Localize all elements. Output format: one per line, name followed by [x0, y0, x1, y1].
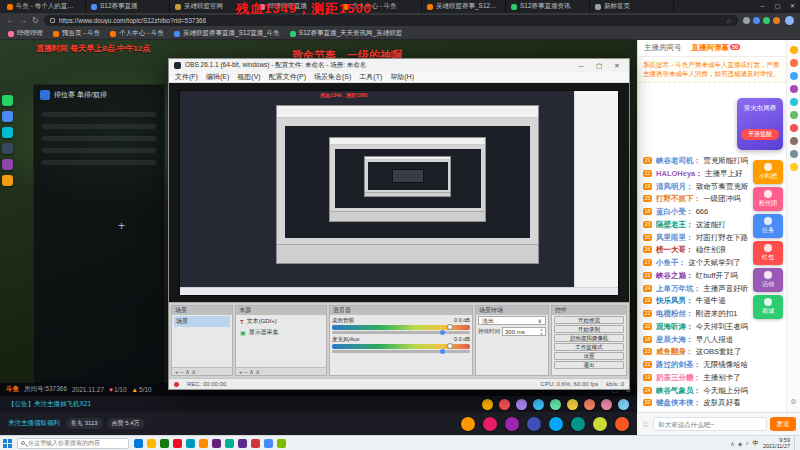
chat-username[interactable]: 电棍粉丝	[656, 309, 694, 318]
chat-username[interactable]: 咸鱼翻身	[656, 347, 694, 356]
obs-menu-item[interactable]: 帮助(H)	[390, 72, 414, 82]
taskbar-app-icon[interactable]	[199, 439, 208, 448]
chat-username[interactable]: 清风明月	[656, 182, 694, 191]
tray-icon[interactable]: ♪	[745, 440, 748, 447]
bookmark-item[interactable]: 预告页 - 斗鱼	[53, 29, 100, 38]
address-bar[interactable]: https://www.douyu.com/topic/S12zhibo?rid…	[44, 15, 738, 26]
obs-preview-canvas[interactable]: 残血1349，测距1500	[169, 83, 629, 302]
rail-icon[interactable]	[790, 46, 798, 54]
chat-username[interactable]: 星辰大海	[656, 335, 694, 344]
obs-control-button[interactable]: 设置	[554, 352, 624, 360]
activity-card[interactable]: 粉丝团	[753, 187, 783, 211]
chat-username[interactable]: 隔壁老王	[656, 220, 694, 229]
rail-icon[interactable]	[790, 163, 798, 171]
gift-icon[interactable]	[505, 417, 519, 431]
chat-username[interactable]: 奶茶三分糖	[656, 373, 701, 382]
gift-icon[interactable]	[499, 399, 510, 410]
dock-app-icon[interactable]	[2, 175, 13, 186]
chat-input[interactable]	[653, 417, 767, 431]
gift-icon[interactable]	[593, 417, 607, 431]
tray-icon[interactable]: ∧	[730, 440, 734, 447]
minimize-icon[interactable]: ─	[755, 0, 770, 13]
chat-username[interactable]: 观海听涛	[656, 322, 694, 331]
chat-username[interactable]: 打野不抓下	[656, 194, 701, 203]
transition-select[interactable]: 淡出 ∨	[478, 316, 546, 325]
profile-avatar[interactable]	[785, 16, 794, 25]
source-list-item[interactable]: T 文本(GDI+)	[238, 316, 324, 327]
taskbar-app-icon[interactable]	[251, 439, 260, 448]
obs-menu-item[interactable]: 编辑(E)	[206, 72, 229, 82]
start-button[interactable]	[3, 439, 12, 448]
volume-slider[interactable]	[332, 331, 470, 334]
duration-spinner[interactable]: 300 ms ∧∨	[502, 327, 546, 336]
close-icon[interactable]: ✕	[785, 0, 800, 13]
dock-app-icon[interactable]	[2, 127, 13, 138]
gift-icon[interactable]	[567, 399, 578, 410]
browser-tab[interactable]: 新标签页	[590, 0, 674, 13]
chat-username[interactable]: 小鱼干	[656, 258, 686, 267]
obs-control-button[interactable]: 开始推流	[554, 316, 624, 324]
chat-username[interactable]: 榜一大哥	[656, 245, 694, 254]
chat-username[interactable]: 上单万年坑	[656, 284, 701, 293]
rail-icon[interactable]	[790, 85, 798, 93]
tab-room-number[interactable]: 主播房间号	[644, 43, 682, 53]
rail-icon[interactable]	[790, 59, 798, 67]
browser-tab[interactable]: S12赛事直播资讯	[506, 0, 590, 13]
taskbar-app-icon[interactable]	[134, 439, 143, 448]
taskbar-app-icon[interactable]	[173, 439, 182, 448]
dock-app-icon[interactable]	[2, 111, 13, 122]
gift-icon[interactable]	[461, 417, 475, 431]
browser-tab[interactable]: S12赛事直播	[86, 0, 170, 13]
obs-maximize-icon[interactable]: ▢	[592, 62, 606, 70]
slider-knob[interactable]	[440, 349, 445, 354]
obs-menu-item[interactable]: 视图(V)	[237, 72, 260, 82]
obs-window[interactable]: OBS 26.1.1 (64-bit, windows) - 配置文件: 未命名…	[168, 58, 630, 390]
slider-knob[interactable]	[440, 330, 445, 335]
gift-icon[interactable]	[549, 417, 563, 431]
chat-username[interactable]: 蓝白小受	[656, 207, 694, 216]
activity-card[interactable]: 商城	[753, 295, 783, 319]
tray-icon[interactable]: ◈	[738, 440, 743, 447]
taskbar-clock[interactable]: 9:59 2021/11/27	[763, 437, 790, 450]
bookmark-item[interactable]: S12赛事直播_天天资讯网_英雄联盟	[290, 29, 402, 38]
meter-knob[interactable]	[447, 343, 453, 349]
bookmark-item[interactable]: 英雄联盟赛事直播_S12直播_斗鱼	[174, 29, 280, 38]
gift-icon[interactable]	[483, 417, 497, 431]
obs-close-icon[interactable]: ✕	[610, 62, 624, 70]
extension-icon[interactable]	[763, 17, 770, 24]
taskbar-app-icon[interactable]	[277, 439, 286, 448]
chat-username[interactable]: 键盘侠本侠	[656, 398, 701, 407]
reload-icon[interactable]: ↻	[32, 17, 39, 25]
dock-app-icon[interactable]	[2, 159, 13, 170]
rail-icon[interactable]	[790, 98, 798, 106]
bookmark-star-icon[interactable]: ☆	[726, 17, 732, 25]
gift-icon[interactable]	[482, 399, 493, 410]
taskbar-app-icon[interactable]	[160, 439, 169, 448]
chat-username[interactable]: 峡谷气象员	[656, 386, 701, 395]
sources-toolbar[interactable]: + − ∧ ∨	[236, 367, 326, 375]
browser-tab[interactable]: 斗鱼 - 每个人的直播平台	[2, 0, 86, 13]
obs-control-button[interactable]: 启动虚拟摄像机	[554, 334, 624, 342]
obs-control-button[interactable]: 工作室模式	[554, 343, 624, 351]
taskbar-app-icon[interactable]	[238, 439, 247, 448]
send-button[interactable]: 发送	[770, 417, 796, 431]
event-promo-card[interactable]: 萤火虫周赛 开播提醒	[737, 98, 783, 150]
meter-knob[interactable]	[447, 324, 453, 330]
obs-control-button[interactable]: 开始录制	[554, 325, 624, 333]
rail-icon[interactable]	[790, 124, 798, 132]
gift-icon[interactable]	[527, 417, 541, 431]
forward-icon[interactable]: →	[19, 17, 27, 25]
browser-tab[interactable]: 英雄联盟赛事_S12直播_斗鱼	[422, 0, 506, 13]
obs-minimize-icon[interactable]: ─	[574, 62, 588, 69]
spin-down-icon[interactable]: ∨	[540, 332, 543, 336]
chat-username[interactable]: 路过的剑圣	[656, 360, 701, 369]
obs-menu-item[interactable]: 场景集合(S)	[314, 72, 351, 82]
chat-username[interactable]: 快乐风男	[656, 296, 694, 305]
activity-card[interactable]: 小时榜	[753, 160, 783, 184]
rail-gear-icon[interactable]: ⚙	[790, 398, 796, 406]
follow-benefit-link[interactable]: 关注主播领取福利	[8, 419, 60, 428]
chat-username[interactable]: HALOHeya	[656, 169, 703, 178]
dock-app-icon[interactable]	[2, 95, 13, 106]
bookmark-item[interactable]: 哔哩哔哩	[8, 29, 43, 38]
rail-icon[interactable]	[790, 137, 798, 145]
